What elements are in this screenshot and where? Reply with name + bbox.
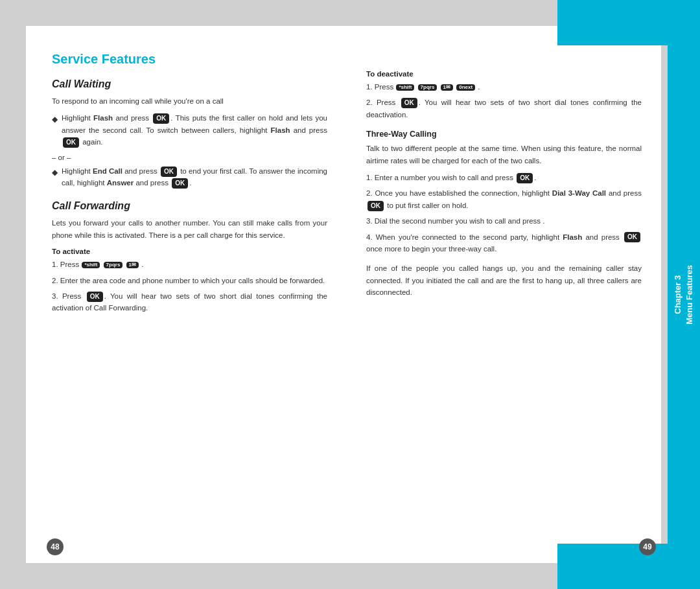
ok-button-2: OK (63, 137, 79, 148)
to-deactivate-label: To deactivate (366, 70, 642, 78)
main-content-area: Service Features Call Waiting To respond… (26, 26, 661, 563)
bullet-diamond-1: ◆ (52, 113, 58, 125)
right-column: To deactivate 1. Press *shift 7pqrs 1✉ 0… (347, 52, 642, 537)
three-way-step2: 2. Once you have established the connect… (366, 187, 642, 211)
or-divider: – or – (52, 154, 327, 161)
ok-button-6: OK (401, 98, 417, 108)
call-waiting-heading: Call Waiting (52, 78, 327, 90)
activate-step3: 3. Press OK. You will hear two sets of t… (52, 290, 327, 314)
chapter-side-tab: Chapter 3 Menu Features (668, 45, 700, 544)
bullet2-content: Highlight End Call and press OK to end y… (62, 165, 327, 189)
deact-shift-key: *shift (396, 84, 414, 91)
three-way-step4: 4. When you're connected to the second p… (366, 231, 642, 255)
activate-step2: 2. Enter the area code and phone number … (52, 275, 327, 286)
ok-button-1: OK (153, 113, 169, 124)
ok-button-5: OK (87, 292, 103, 302)
three-way-conclusion: If one of the people you called hangs up… (366, 262, 642, 298)
call-waiting-bullet2: ◆ Highlight End Call and press OK to end… (52, 165, 327, 189)
call-forwarding-intro: Lets you forward your calls to another n… (52, 217, 327, 241)
side-tab-text: Chapter 3 Menu Features (672, 265, 695, 325)
ok-button-7: OK (517, 173, 533, 183)
bullet-diamond-2: ◆ (52, 167, 58, 178)
deact-0-key: 0next (456, 84, 475, 91)
to-activate-label: To activate (52, 248, 327, 255)
three-way-step3: 3. Dial the second number you wish to ca… (366, 215, 642, 227)
section-title: Service Features (52, 52, 327, 67)
1-key: 1✉ (126, 262, 139, 268)
cyan-top-right-decoration (557, 0, 700, 45)
deactivate-step2: 2. Press OK. You will hear two sets of t… (366, 97, 642, 121)
shift-key: *shift (82, 262, 100, 268)
activate-step1: 1. Press *shift 7pqrs 1✉ . (52, 259, 327, 270)
left-column: Service Features Call Waiting To respond… (52, 52, 347, 537)
call-waiting-bullet1: ◆ Highlight Flash and press OK. This put… (52, 112, 327, 148)
ok-button-4: OK (172, 178, 188, 189)
deact-1-key: 1✉ (441, 84, 453, 91)
page-number-left: 48 (47, 538, 64, 555)
bullet1-content: Highlight Flash and press OK. This puts … (62, 112, 327, 148)
page-number-right: 49 (639, 538, 656, 555)
ok-button-3: OK (161, 167, 177, 177)
ok-button-9: OK (624, 232, 640, 242)
three-way-step1: 1. Enter a number you wish to call and p… (366, 172, 642, 183)
call-waiting-intro: To respond to an incoming call while you… (52, 95, 327, 107)
deact-7pqrs-key: 7pqrs (418, 84, 438, 91)
three-way-calling-heading: Three-Way Calling (366, 130, 642, 139)
call-forwarding-heading: Call Forwarding (52, 200, 327, 212)
deactivate-step1: 1. Press *shift 7pqrs 1✉ 0next . (366, 81, 642, 93)
cyan-bottom-right-decoration (557, 544, 700, 589)
three-way-intro: Talk to two different people at the same… (366, 143, 642, 167)
ok-button-8: OK (368, 201, 384, 211)
7pqrs-key: 7pqrs (104, 262, 123, 268)
